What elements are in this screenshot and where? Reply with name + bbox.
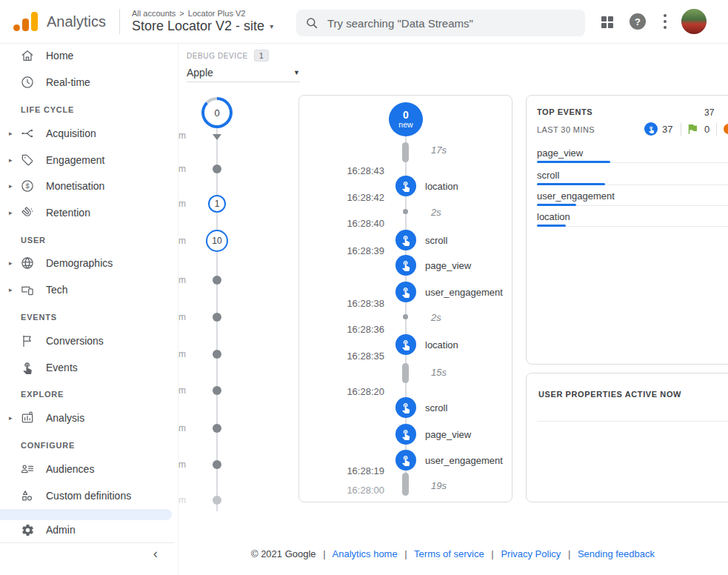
analysis-chart-icon <box>20 411 35 425</box>
sidebar-item-label: Real-time <box>46 76 139 88</box>
breadcrumb-separator: > <box>179 9 184 18</box>
expand-arrow-icon[interactable]: ▸ <box>9 414 16 422</box>
touch-icon <box>400 180 412 192</box>
copyright: © 2021 Google <box>251 548 316 559</box>
sidebar-item-retention[interactable]: ▸ Retention <box>0 200 178 225</box>
sidebar-item-custom-definitions[interactable]: Custom definitions <box>0 479 178 513</box>
minute-dot[interactable] <box>213 276 221 285</box>
sidebar-item-events[interactable]: Events <box>0 355 178 380</box>
event-name[interactable]: location <box>425 339 458 350</box>
expand-arrow-icon[interactable]: ▸ <box>9 156 16 164</box>
sidebar-item-label: Tech <box>46 284 139 296</box>
touch-icon <box>20 360 35 375</box>
event-node[interactable] <box>395 255 416 276</box>
top-event-row[interactable]: scroll <box>537 170 559 181</box>
gap-duration: 17s <box>431 144 447 156</box>
sidebar-item-demographics[interactable]: ▸ Demographics <box>0 250 178 276</box>
event-name[interactable]: page_view <box>425 429 471 440</box>
event-node[interactable] <box>395 176 416 196</box>
event-name[interactable]: location <box>425 181 458 192</box>
footer-separator: | <box>323 548 325 559</box>
stream-gap-segment <box>402 363 409 383</box>
breadcrumb-account[interactable]: Locator Plus V2 <box>188 9 246 18</box>
debug-device-select[interactable]: Apple ▼ <box>187 64 300 82</box>
sidebar-item-monetisation[interactable]: ▸ $ Monetisation <box>0 173 178 199</box>
footer-link-feedback[interactable]: Sending feedback <box>578 548 655 559</box>
event-name[interactable]: page_view <box>425 260 471 271</box>
analytics-logo-icon[interactable] <box>13 12 38 31</box>
expand-arrow-icon[interactable]: ▸ <box>9 259 16 267</box>
event-node[interactable] <box>395 450 416 471</box>
sidebar-item-analysis[interactable]: ▸ Analysis <box>0 405 178 431</box>
sidebar-item-realtime[interactable]: Real-time <box>0 70 178 95</box>
apps-grid-icon[interactable] <box>601 16 613 28</box>
property-name[interactable]: Store Locator V2 - site <box>132 19 264 34</box>
sidebar-collapse-icon[interactable]: ‹ <box>147 545 164 562</box>
avatar[interactable] <box>681 9 707 34</box>
app-name: Analytics <box>47 13 106 30</box>
minute-dot[interactable] <box>213 313 221 322</box>
minutes-timeline-current[interactable]: 0 <box>201 97 233 128</box>
sidebar-section-explore: EXPLORE <box>21 384 64 405</box>
event-name[interactable]: scroll <box>425 235 447 246</box>
minute-node-count[interactable]: 1 <box>208 195 226 213</box>
event-name[interactable]: user_engagement <box>425 455 503 466</box>
audiences-icon <box>20 462 35 476</box>
timestamp: 16:28:43 <box>303 165 384 176</box>
sidebar-section-configure: CONFIGURE <box>21 435 75 456</box>
sidebar-item-acquisition[interactable]: ▸ Acquisition <box>0 121 178 146</box>
gap-duration: 19s <box>431 480 447 491</box>
sidebar-item-audiences[interactable]: Audiences <box>0 456 178 482</box>
sidebar-item-home[interactable]: Home <box>0 43 178 68</box>
top-event-row[interactable]: location <box>537 211 570 222</box>
shapes-icon <box>20 488 35 503</box>
sidebar-item-conversions[interactable]: Conversions <box>0 328 178 353</box>
new-events-badge[interactable]: 0 new <box>389 102 423 136</box>
timestamp: 16:28:42 <box>303 192 384 203</box>
breadcrumb-root[interactable]: All accounts <box>132 9 176 18</box>
timestamp: 16:28:20 <box>303 386 384 397</box>
sidebar-item-engagement[interactable]: ▸ Engagement <box>0 147 178 173</box>
expand-arrow-icon[interactable]: ▸ <box>9 286 16 293</box>
event-name[interactable]: scroll <box>425 402 447 413</box>
search-input[interactable] <box>326 16 573 30</box>
footer-link-terms[interactable]: Terms of service <box>414 548 484 559</box>
minute-dot[interactable] <box>213 496 221 505</box>
minute-dot[interactable] <box>213 164 221 173</box>
sidebar-item-tech[interactable]: ▸ Tech <box>0 277 178 302</box>
event-bar <box>537 161 610 163</box>
top-event-row[interactable]: page_view <box>537 147 583 159</box>
sidebar-item-admin[interactable]: Admin <box>0 517 178 542</box>
stream-dot <box>403 314 408 319</box>
error-counter-icon <box>724 124 728 134</box>
minute-dot[interactable] <box>213 350 221 359</box>
more-options-icon[interactable] <box>664 14 667 32</box>
minute-dot[interactable] <box>213 460 221 469</box>
event-node[interactable] <box>395 282 416 302</box>
event-node[interactable] <box>395 397 416 418</box>
minute-dot[interactable] <box>213 386 221 395</box>
touch-icon <box>400 402 412 413</box>
section-divider <box>537 421 728 422</box>
top-event-row[interactable]: user_engagement <box>537 190 615 202</box>
expand-arrow-icon[interactable]: ▸ <box>9 130 16 137</box>
event-node[interactable] <box>395 230 416 250</box>
event-name[interactable]: user_engagement <box>425 287 503 298</box>
footer-link-privacy[interactable]: Privacy Policy <box>501 548 561 559</box>
minutes-marker-icon <box>213 134 221 140</box>
sidebar-item-label: Analysis <box>46 412 139 424</box>
search-bar[interactable] <box>296 10 585 36</box>
expand-arrow-icon[interactable]: ▸ <box>9 182 16 190</box>
minute-node-count[interactable]: 10 <box>206 230 228 252</box>
help-icon[interactable]: ? <box>630 13 646 30</box>
event-node[interactable] <box>395 334 416 355</box>
minute-dot[interactable] <box>213 424 221 433</box>
event-node[interactable] <box>395 424 416 445</box>
timestamp: 16:28:38 <box>303 298 384 309</box>
property-selector[interactable]: Store Locator V2 - site ▾ <box>132 19 273 34</box>
debug-device-label: DEBUG DEVICE <box>187 52 248 60</box>
sidebar-divider <box>0 542 174 543</box>
footer-link-analytics-home[interactable]: Analytics home <box>333 548 398 559</box>
breadcrumb[interactable]: All accounts > Locator Plus V2 <box>132 9 273 18</box>
expand-arrow-icon[interactable]: ▸ <box>9 209 16 216</box>
